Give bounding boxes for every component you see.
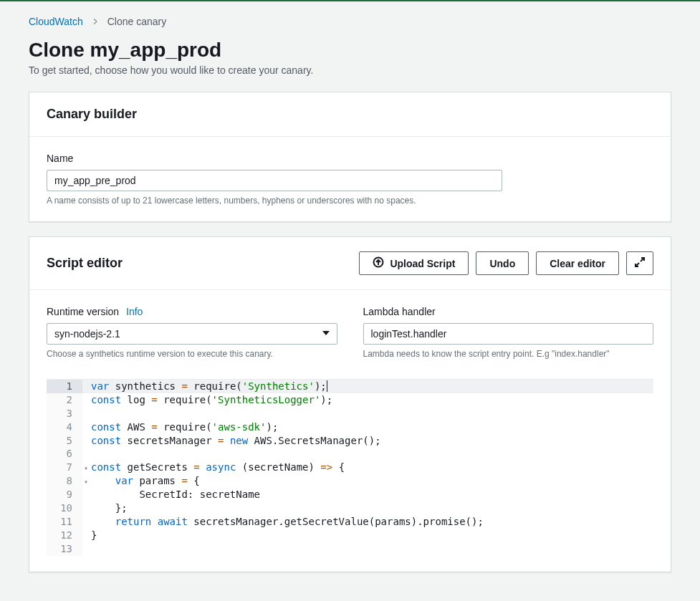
code-content[interactable]: ▾const getSecrets = async (secretName) =…	[82, 461, 345, 474]
code-content[interactable]	[82, 407, 91, 420]
breadcrumb-current: Clone canary	[107, 16, 167, 27]
fullscreen-button[interactable]	[626, 251, 653, 275]
line-number: 13	[47, 542, 82, 556]
line-number: 12	[47, 529, 82, 542]
upload-icon	[373, 256, 384, 270]
code-line[interactable]: 3	[47, 407, 653, 420]
code-line[interactable]: 2const log = require('SyntheticsLogger')…	[47, 393, 653, 407]
code-line[interactable]: 7▾const getSecrets = async (secretName) …	[47, 461, 653, 474]
breadcrumb-root-link[interactable]: CloudWatch	[29, 16, 83, 27]
name-input[interactable]	[47, 170, 502, 191]
name-label: Name	[47, 153, 653, 164]
fold-marker-icon[interactable]: ▾	[84, 463, 90, 473]
line-number: 6	[47, 447, 82, 461]
code-content[interactable]: const secretsManager = new AWS.SecretsMa…	[82, 434, 381, 448]
runtime-helper-text: Choose a synthetics runtime version to e…	[47, 349, 337, 359]
editor-toolbar: Upload Script Undo Clear editor	[359, 251, 653, 275]
page-title: Clone my_app_prod	[29, 39, 671, 62]
script-editor-title: Script editor	[47, 256, 123, 271]
code-content[interactable]: };	[82, 501, 128, 515]
canary-builder-title: Canary builder	[47, 107, 653, 122]
code-line[interactable]: 1var synthetics = require('Synthetics');	[47, 380, 653, 393]
code-line[interactable]: 13	[47, 542, 653, 556]
code-line[interactable]: 4const AWS = require('aws-sdk');	[47, 420, 653, 434]
lambda-handler-label: Lambda handler	[363, 306, 654, 317]
line-number: 8	[47, 474, 82, 488]
code-content[interactable]	[82, 447, 91, 461]
breadcrumb: CloudWatch Clone canary	[29, 16, 671, 27]
code-content[interactable]: ▾ var params = {	[82, 474, 200, 488]
runtime-info-link[interactable]: Info	[126, 306, 143, 317]
code-line[interactable]: 9 SecretId: secretName	[47, 488, 653, 501]
clear-editor-label: Clear editor	[550, 258, 605, 269]
code-line[interactable]: 6	[47, 447, 653, 461]
line-number: 7	[47, 461, 82, 474]
page-subtitle: To get started, choose how you would lik…	[29, 64, 671, 76]
canary-builder-panel: Canary builder Name A name consists of u…	[29, 92, 671, 222]
upload-script-button[interactable]: Upload Script	[359, 251, 469, 275]
fold-marker-icon[interactable]: ▾	[84, 477, 90, 487]
code-content[interactable]	[82, 542, 91, 556]
clear-editor-button[interactable]: Clear editor	[536, 251, 619, 275]
code-line[interactable]: 8▾ var params = {	[47, 474, 653, 488]
line-number: 9	[47, 488, 82, 501]
code-content[interactable]: return await secretsManager.getSecretVal…	[82, 515, 484, 529]
code-line[interactable]: 12}	[47, 529, 653, 542]
script-editor-panel: Script editor Upload Script Undo Clear e…	[29, 236, 671, 572]
expand-icon	[634, 256, 646, 270]
lambda-helper-text: Lambda needs to know the script entry po…	[363, 349, 654, 359]
upload-script-label: Upload Script	[390, 258, 455, 269]
undo-label: Undo	[489, 258, 515, 269]
code-content[interactable]: const log = require('SyntheticsLogger');	[82, 393, 332, 407]
line-number: 2	[47, 393, 82, 407]
line-number: 10	[47, 501, 82, 515]
line-number: 3	[47, 407, 82, 420]
code-content[interactable]: var synthetics = require('Synthetics');	[82, 380, 653, 393]
line-number: 5	[47, 434, 82, 448]
line-number: 4	[47, 420, 82, 434]
runtime-version-label: Runtime version Info	[47, 306, 337, 317]
name-helper-text: A name consists of up to 21 lowercase le…	[47, 196, 653, 206]
lambda-handler-input[interactable]	[363, 323, 654, 345]
code-content[interactable]: const AWS = require('aws-sdk');	[82, 420, 278, 434]
code-content[interactable]: SecretId: secretName	[82, 488, 260, 501]
code-line[interactable]: 11 return await secretsManager.getSecret…	[47, 515, 653, 529]
code-editor[interactable]: 1var synthetics = require('Synthetics');…	[47, 379, 653, 556]
code-line[interactable]: 5const secretsManager = new AWS.SecretsM…	[47, 434, 653, 448]
line-number: 1	[47, 380, 82, 393]
undo-button[interactable]: Undo	[476, 251, 529, 275]
line-number: 11	[47, 515, 82, 529]
code-line[interactable]: 10 };	[47, 501, 653, 515]
code-content[interactable]: }	[82, 529, 97, 542]
chevron-right-icon	[92, 16, 99, 27]
runtime-version-select[interactable]	[47, 323, 337, 345]
